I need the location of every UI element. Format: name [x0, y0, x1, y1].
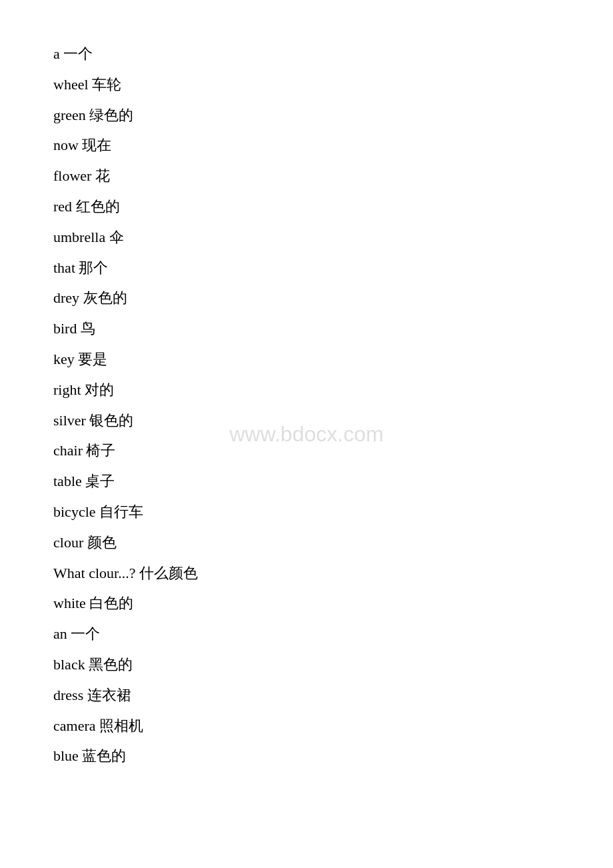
list-item: umbrella 伞	[53, 223, 560, 251]
list-item: wheel 车轮	[53, 71, 560, 99]
list-item: What clour...? 什么颜色	[53, 559, 560, 587]
list-item: that 那个	[53, 254, 560, 282]
list-item: an 一个	[53, 620, 560, 648]
vocab-list: a 一个wheel 车轮green 绿色的now 现在flower 花red 红…	[0, 0, 613, 813]
list-item: a 一个	[53, 40, 560, 68]
list-item: drey 灰色的	[53, 284, 560, 312]
list-item: black 黑色的	[53, 651, 560, 679]
list-item: white 白色的	[53, 589, 560, 617]
list-item: blue 蓝色的	[53, 742, 560, 770]
list-item: bicycle 自行车	[53, 498, 560, 526]
list-item: red 红色的	[53, 193, 560, 221]
list-item: clour 颜色	[53, 529, 560, 557]
list-item: chair 椅子	[53, 437, 560, 465]
list-item: right 对的	[53, 376, 560, 404]
list-item: key 要是	[53, 345, 560, 373]
list-item: bird 鸟	[53, 315, 560, 343]
list-item: dress 连衣裙	[53, 681, 560, 709]
list-item: now 现在	[53, 131, 560, 159]
list-item: silver 银色的	[53, 407, 560, 435]
list-item: camera 照相机	[53, 712, 560, 740]
list-item: green 绿色的	[53, 101, 560, 129]
list-item: flower 花	[53, 162, 560, 190]
list-item: table 桌子	[53, 467, 560, 495]
